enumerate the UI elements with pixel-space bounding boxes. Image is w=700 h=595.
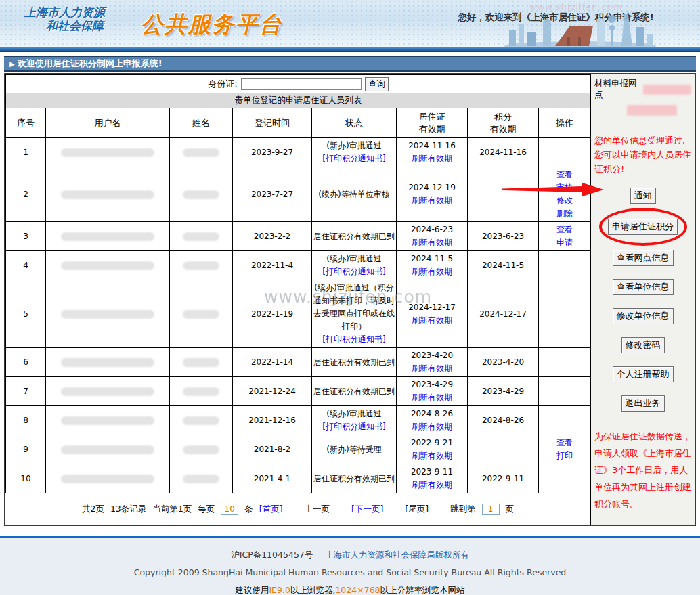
next-page-link[interactable]: [下一页] [351,504,383,515]
row-actions [539,464,591,493]
current-page: 当前第1页 [152,504,192,515]
table-row: 92021-8-2(新办)等待受理2022-9-21刷新有效期查看打印 [6,435,591,464]
refresh-expiry-link[interactable]: 刷新有效期 [412,393,452,402]
row-name [170,280,233,348]
redaction-name [183,358,219,367]
copyright-cn-link[interactable]: 上海市人力资源和社会保障局版权所有 [325,550,469,560]
row-points-expiry: 2024-12-17 [468,280,539,348]
refresh-expiry-link[interactable]: 刷新有效期 [412,451,452,460]
row-reg-date: 2021-4-1 [233,464,312,493]
edit-unit-info-button[interactable]: 修改单位信息 [613,308,674,324]
personal-reg-help-button[interactable]: 个人注册帮助 [613,366,674,382]
row-permit-expiry: 2024-11-5刷新有效期 [397,251,468,280]
row-name [170,167,233,222]
row-actions [539,377,591,406]
logo-line1: 上海市人力资源 [24,6,105,20]
action-link-申请[interactable]: 申请 [556,238,573,247]
jump-unit: 页 [506,504,515,515]
status-text: 居住证积分有效期已到 [313,385,395,398]
action-link-删除[interactable]: 删除 [556,208,573,218]
id-card-input[interactable] [241,78,362,90]
row-name [170,464,233,493]
row-reg-date: 2021-12-24 [233,377,312,406]
redaction-username [61,416,154,425]
row-actions: 查看打印 [539,435,591,464]
column-header: 居住证 有效期 [397,108,468,138]
status-link-line: [打印积分通知书] [313,265,395,278]
logo-line2: 和社会保障 [24,20,105,33]
row-permit-expiry: 2023-4-29刷新有效期 [397,377,468,406]
view-site-info-button[interactable]: 查看网点信息 [613,250,674,266]
prev-page-link[interactable]: 上一页 [305,504,330,515]
refresh-expiry-link[interactable]: 刷新有效期 [412,154,452,163]
redaction-username [61,148,154,157]
status-link-line: [打印积分通知书] [313,152,395,165]
row-points-expiry [468,167,539,222]
redaction-name [183,445,219,454]
row-status: (新办)等待受理 [312,435,397,464]
action-line: 审核 [540,181,589,194]
change-password-button[interactable]: 修改密码 [621,337,665,353]
status-text: 居住证积分有效期已到 [313,356,395,369]
total-records: 13条记录 [110,504,146,515]
row-points-expiry: 2022-9-11 [468,464,539,493]
row-status: (续办)审批通过[打印积分通知书] [312,406,397,435]
notify-button[interactable]: 通知 [630,188,656,204]
action-link-打印[interactable]: 打印 [556,451,573,460]
action-link-修改[interactable]: 修改 [556,196,573,205]
advice-resolution: 1024×768 [335,585,380,595]
refresh-expiry-link[interactable]: 刷新有效期 [412,267,452,276]
permit-expiry-date: 2024-11-16 [398,139,466,152]
print-points-notice-link[interactable]: [打印积分通知书] [322,334,385,344]
refresh-expiry-link[interactable]: 刷新有效期 [412,480,452,489]
row-status: 居住证积分有效期已到 [312,348,397,377]
status-text: (新办)审批通过 [313,139,395,152]
print-points-notice-link[interactable]: [打印积分通知书] [322,267,385,276]
refresh-expiry-link[interactable]: 刷新有效期 [412,363,452,373]
action-link-审核[interactable]: 审核 [556,183,573,192]
page-header: 上海市人力资源 和社会保障 公共服务平台 www.shjzjifen.com 您… [0,0,700,47]
action-line: 查看 [540,223,589,236]
permit-expiry-date: 2024-11-5 [398,252,466,265]
refresh-line: 刷新有效期 [398,362,466,375]
action-link-查看[interactable]: 查看 [556,438,573,447]
first-page-link[interactable]: [首页] [259,504,283,515]
permit-expiry-date: 2024-6-23 [398,223,466,236]
row-username [46,280,170,348]
row-points-expiry: 2023-6-23 [468,222,539,251]
action-link-查看[interactable]: 查看 [556,225,573,234]
page-footer: 沪ICP备11045457号 上海市人力资源和社会保障局版权所有 Copyrig… [0,538,700,595]
column-header: 姓名 [170,108,233,138]
refresh-expiry-link[interactable]: 刷新有效期 [412,422,452,431]
redaction-name [183,232,219,241]
print-points-notice-link[interactable]: [打印积分通知书] [322,154,385,163]
column-header: 操作 [539,108,591,138]
table-row: 12023-9-27(新办)审批通过[打印积分通知书]2024-11-16刷新有… [6,138,591,167]
personnel-table-body: 12023-9-27(新办)审批通过[打印积分通知书]2024-11-16刷新有… [6,138,591,493]
status-text: 居住证积分有效期已到 [313,472,395,485]
logout-button[interactable]: 退出业务 [621,395,665,412]
per-page-input[interactable] [221,504,238,515]
view-unit-info-button[interactable]: 查看单位信息 [613,279,674,295]
row-points-expiry: 2023-4-29 [468,377,539,406]
refresh-expiry-link[interactable]: 刷新有效期 [412,196,452,205]
jump-page-input[interactable] [482,504,500,515]
query-button[interactable]: 查询 [365,77,389,91]
action-link-查看[interactable]: 查看 [556,170,573,179]
refresh-expiry-link[interactable]: 刷新有效期 [412,238,452,247]
table-row: 42022-11-4(续办)审批通过[打印积分通知书]2024-11-5刷新有效… [6,251,591,280]
table-row: 102021-4-1居住证积分有效期已到2023-9-11刷新有效期2022-9… [6,464,591,493]
row-username [46,222,170,251]
logo-platform-text: 公共服务平台 [141,9,283,40]
apply-points-button[interactable]: 申请居住证积分 [608,219,678,235]
print-points-notice-link[interactable]: [打印积分通知书] [322,422,385,431]
refresh-expiry-link[interactable]: 刷新有效期 [412,315,452,325]
row-points-expiry [468,435,539,464]
row-status: 居住证积分有效期已到 [312,464,397,493]
last-page-link[interactable]: [尾页] [405,504,429,515]
status-text: (续办)审批通过 [313,252,395,265]
row-seq: 2 [6,167,46,222]
table-caption-row: 贵单位登记的申请居住证人员列表 [6,93,591,108]
icp-number: 沪ICP备11045457号 [231,550,313,560]
total-pages: 共2页 [82,504,104,515]
